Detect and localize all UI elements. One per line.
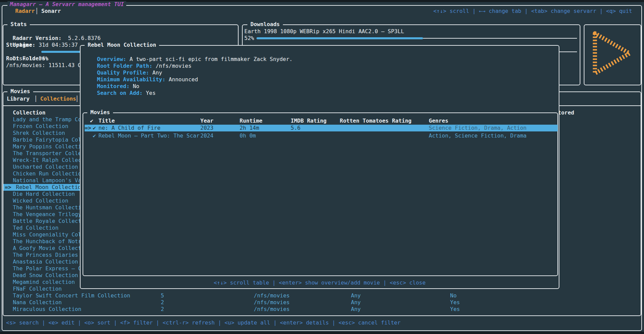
downloads-panel-title: Downloads (247, 21, 283, 28)
selection-arrow: => (85, 125, 91, 131)
collection-column-header: Collection (13, 109, 45, 116)
list-item[interactable]: Shrek Collection (13, 130, 65, 137)
list-item[interactable]: Megamind collection (13, 279, 75, 286)
stat-root-folders-label: Root Folders: (6, 55, 48, 62)
col-runtime: Runtime (240, 118, 262, 124)
list-item[interactable]: A Goofy Movie Collect (13, 245, 81, 252)
stats-panel-title: Stats (7, 21, 30, 28)
modal-movies-table-title: Movies (87, 109, 113, 116)
movie-monitored-check: ✔ (93, 132, 96, 139)
list-item[interactable]: Chicken Run Collectio (13, 170, 81, 177)
row-movie-count: 2 (161, 299, 164, 306)
list-item[interactable]: Wicked Collection (13, 197, 68, 204)
collection-details-modal: Rebel Moon Collection Overview:A two-par… (80, 45, 559, 289)
tab-collections[interactable]: Collections (40, 96, 76, 102)
tab-sonarr[interactable]: Sonarr (41, 8, 61, 15)
list-item[interactable]: Anastasia Collection (13, 258, 78, 265)
movies-tab-separator-2: │ (75, 96, 79, 102)
tab-separator: │ (35, 8, 39, 15)
list-item[interactable]: The Hunchback of Notr (13, 238, 81, 245)
movie-year: 2024 (200, 132, 214, 139)
list-item[interactable]: Frozen Collection (13, 123, 68, 130)
movies-panel-title: Movies (7, 88, 33, 95)
list-item[interactable]: FNaF Collection (13, 286, 62, 292)
list-item-selected[interactable]: Rebel Moon Collection (16, 184, 84, 191)
row-root-folder: /nfs/movies (254, 292, 290, 299)
movie-title[interactable]: ne: A Child of Fire (98, 125, 160, 131)
app-title: Managarr – A Servarr management TUI (7, 1, 126, 8)
col-imdb-rating: IMDB Rating (291, 118, 327, 124)
row-name: Taylor Swift Concert Film Collection (13, 292, 130, 299)
col-rotten-tomatoes-rating: Rotten Tomatoes Rating (340, 118, 412, 124)
row-name: Miraculous Collection (13, 306, 81, 313)
row-name: Nana Collection (13, 299, 62, 306)
modal-keybind-help: <↑↓> scroll table | <enter> show overvie… (81, 279, 559, 286)
row-movie-count: 5 (161, 292, 164, 299)
movie-title[interactable]: Rebel Moon – Part Two: The Scar (98, 132, 200, 139)
list-item[interactable]: Barbie Fairytopia Col (13, 137, 81, 143)
top-keybind-help: <↑↓> scroll | ←→ change tab | <tab> chan… (433, 8, 632, 15)
list-item[interactable]: The Princess Diaries (13, 252, 78, 258)
list-item[interactable]: The Vengeance Trilogy (13, 211, 81, 218)
stat-storage-label: Storage: (6, 42, 32, 48)
movie-runtime: 2h 14m (240, 125, 259, 131)
tab-radarr[interactable]: Radarr (15, 8, 35, 15)
list-item[interactable]: Die Hard Collection (13, 191, 75, 197)
list-item[interactable]: The Polar Express – C (13, 265, 81, 272)
movies-tab-separator: │ (34, 96, 38, 102)
movie-year: 2023 (200, 125, 214, 131)
row-search-on-add: Yes (450, 299, 460, 306)
list-item[interactable]: The Transporter Colle (13, 150, 81, 157)
col-year: Year (200, 118, 214, 124)
row-quality: Any (351, 299, 361, 306)
col-check: ✔ (90, 118, 93, 124)
row-quality: Any (351, 292, 361, 299)
list-item[interactable]: Dead Snow Collection (13, 272, 78, 279)
list-item[interactable]: Lady and the Tramp Co (13, 116, 81, 123)
row-movie-count: 2 (161, 306, 164, 313)
modal-title: Rebel Moon Collection (85, 42, 159, 48)
screen-bottom-strip (0, 332, 644, 334)
managarr-play-logo-icon (587, 28, 638, 82)
list-item[interactable]: Ted Collection (13, 225, 59, 231)
bottom-keybind-help: <s> search | <e> edit | <o> sort | <f> f… (6, 319, 401, 326)
row-search-on-add: No (450, 292, 457, 299)
row-search-on-add: Yes (450, 306, 460, 313)
row-root-folder: /nfs/movies (254, 306, 290, 313)
list-item[interactable]: Battle Royale Collect (13, 218, 81, 225)
selection-arrow: => (5, 184, 11, 191)
movie-monitored-check: ✔ (93, 125, 96, 131)
list-item[interactable]: Wreck-It Ralph Collec (13, 157, 81, 164)
movie-genres: Science Fiction, Drama, Action (429, 125, 527, 131)
list-item[interactable]: Miss Congeniality Col (13, 231, 81, 238)
download-item-name: Earth 1998 1080p WEBRip x265 Hindi AAC2.… (244, 28, 404, 35)
list-item[interactable]: Uncharted Collection (13, 164, 78, 170)
field-search-on-add: Search on Add:Yes (84, 83, 156, 103)
row-root-folder: /nfs/movies (254, 299, 290, 306)
list-item[interactable]: The Huntsman Collecti (13, 204, 81, 211)
list-item[interactable]: Mary Poppins Collecti (13, 143, 81, 150)
tab-library[interactable]: Library (7, 96, 29, 102)
download-progress-fill (257, 37, 423, 39)
modal-movies-table-box: Movies ✔ Title Year Runtime IMDB Rating … (83, 112, 558, 276)
movie-runtime: 0h 0m (240, 132, 256, 139)
list-item[interactable]: National Lampoon's Va (13, 177, 81, 184)
col-title: Title (98, 118, 115, 124)
logo-panel (584, 24, 641, 85)
movie-genres: Action, Science Fiction, Drama (429, 132, 527, 139)
download-item-percent: 52% (244, 35, 254, 42)
row-quality: Any (351, 306, 361, 313)
col-genres: Genres (429, 118, 448, 124)
movie-imdb-rating: 5.6 (291, 125, 301, 131)
stat-root-folder-usage: /nfs/movies: 11511.43 GB (6, 62, 84, 69)
